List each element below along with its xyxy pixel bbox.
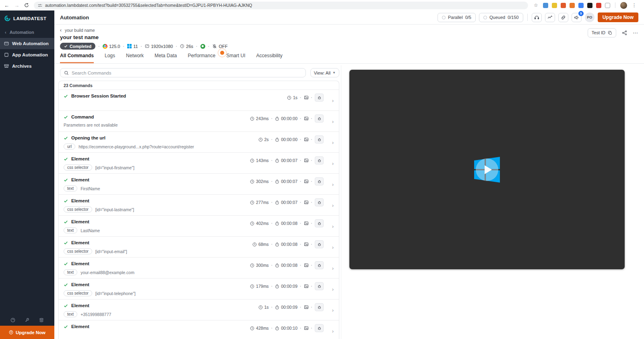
help-icon[interactable] (10, 318, 15, 322)
chevron-right-icon[interactable]: › (332, 223, 334, 229)
bug-report-button[interactable] (315, 240, 324, 248)
analytics-icon[interactable] (545, 13, 555, 22)
clock-icon (252, 242, 257, 247)
command-row[interactable]: Opening the url url https://ecommerce-pl… (59, 132, 339, 153)
brand-name: LAMBDATEST (13, 16, 46, 21)
success-check-icon (64, 283, 68, 287)
bug-report-button[interactable] (315, 303, 324, 311)
tab-network[interactable]: Network (126, 53, 144, 63)
bug-report-button[interactable] (315, 156, 324, 164)
tab-logs[interactable]: Logs (105, 53, 115, 63)
key-icon[interactable] (25, 318, 29, 322)
more-options-icon[interactable]: ⋯ (633, 30, 638, 36)
upgrade-now-button[interactable]: Upgrade Now (598, 12, 638, 22)
bug-report-button[interactable] (315, 219, 324, 227)
dot-separator: · (271, 305, 273, 310)
extension-fox-icon[interactable] (570, 3, 575, 8)
extension-red-circle-icon[interactable] (596, 3, 601, 8)
site-settings-icon[interactable] (38, 3, 42, 8)
sidebar-item-web-automation[interactable]: Web Automation (0, 38, 54, 49)
search-commands-box[interactable] (60, 68, 306, 77)
share-icon[interactable] (622, 30, 627, 35)
extension-yellow-js-icon[interactable] (552, 3, 557, 8)
bug-report-button[interactable] (315, 198, 324, 206)
tab-all-commands[interactable]: All Commands (60, 53, 94, 63)
test-id-button[interactable]: Test ID (588, 28, 616, 37)
dot-separator: · (311, 158, 313, 163)
command-row[interactable]: Element text FirstName 302ms · 00:00:07 … (59, 174, 339, 195)
screenshot-off-icon (304, 242, 309, 247)
command-row[interactable]: Element css selector [id="input-firstnam… (59, 153, 339, 174)
sidebar-section-automation[interactable]: ‹ Automation (0, 27, 54, 38)
bug-report-button[interactable] (315, 114, 324, 123)
command-row[interactable]: Element text +351999888777 1s · 00:00:09… (59, 299, 339, 320)
chevron-right-icon[interactable]: › (332, 328, 334, 334)
parallel-status-pill[interactable]: Parallel 0/5 (438, 13, 476, 22)
breadcrumb[interactable]: ‹ your build name (60, 27, 95, 33)
user-avatar[interactable]: PO (585, 12, 594, 22)
sidebar-item-app-automation[interactable]: App Automation (0, 49, 54, 60)
sidebar-upgrade-banner[interactable]: Upgrade Now (0, 326, 54, 339)
chevron-right-icon[interactable]: › (332, 118, 334, 124)
chevron-right-icon[interactable]: › (332, 97, 334, 103)
chevron-right-icon[interactable]: › (332, 202, 334, 208)
tab-meta-data[interactable]: Meta Data (155, 53, 177, 63)
extension-blue-icon[interactable] (543, 3, 548, 8)
browser-forward-icon[interactable]: → (14, 3, 19, 8)
dot-separator: · (300, 200, 301, 205)
announcements-icon[interactable]: 5 (572, 13, 582, 22)
layers-icon[interactable] (39, 318, 44, 322)
command-row[interactable]: Element text LastName 402ms · 00:00:08 ·… (59, 216, 339, 237)
dot-separator: · (300, 242, 301, 247)
tab-accessibility[interactable]: Accessibility (256, 53, 282, 63)
browser-back-icon[interactable]: ← (4, 3, 9, 8)
bug-report-button[interactable] (315, 177, 324, 185)
chevron-right-icon[interactable]: › (332, 181, 334, 187)
bug-icon (317, 326, 322, 331)
chevron-right-icon[interactable]: › (332, 139, 334, 145)
link-icon[interactable] (558, 13, 568, 22)
sidebar-item-archives[interactable]: Archives (0, 60, 54, 72)
view-filter-dropdown[interactable]: View: All ▼ (310, 68, 339, 77)
video-timestamp: 00:00:09 (275, 305, 297, 310)
video-timestamp: 00:00:10 (275, 326, 297, 331)
command-row[interactable]: Element css selector [id="input-lastname… (59, 195, 339, 216)
chevron-right-icon[interactable]: › (332, 265, 334, 271)
bug-report-button[interactable] (315, 282, 324, 290)
bug-report-button[interactable] (315, 324, 324, 332)
progress-ring-icon (442, 16, 446, 19)
extension-orange-text-icon[interactable] (561, 3, 566, 8)
chevron-right-icon[interactable]: › (332, 160, 334, 166)
command-row[interactable]: Element 428ms · 00:00:10 · · › (59, 320, 339, 339)
play-button[interactable] (476, 158, 498, 181)
queued-status-pill[interactable]: Queued 0/150 (479, 13, 523, 22)
extension-puzzle-icon[interactable] (605, 3, 610, 8)
browser-profile-avatar[interactable] (620, 2, 627, 9)
command-row[interactable]: Element text your-email88@example.com 30… (59, 258, 339, 279)
bug-report-button[interactable] (315, 135, 324, 144)
brand[interactable]: LAMBDATEST (0, 10, 54, 27)
browser-menu-icon[interactable]: ⋮ (632, 2, 637, 8)
stopwatch-icon (275, 200, 279, 205)
bookmark-star-icon[interactable]: ☆ (534, 2, 538, 8)
browser-reload-icon[interactable] (24, 3, 29, 8)
extension-dark-g-icon[interactable] (587, 3, 592, 8)
headset-icon[interactable] (532, 13, 542, 22)
screenshot-off-icon (304, 137, 309, 142)
command-row[interactable]: Browser Session Started 1s · · › (59, 90, 339, 111)
chevron-right-icon[interactable]: › (332, 307, 334, 313)
chevron-right-icon[interactable]: › (332, 286, 334, 292)
chevron-right-icon[interactable]: › (332, 244, 334, 250)
command-row[interactable]: Element css selector [id="input-email"] … (59, 237, 339, 258)
tab-performance[interactable]: Performance (188, 53, 215, 63)
url-text[interactable]: automation.lambdatest.com/test?build=305… (45, 3, 252, 8)
command-row[interactable]: Element css selector [id="input-telephon… (59, 279, 339, 299)
tab-smart-ui[interactable]: Smart UI (226, 53, 245, 63)
extension-blue-arc-icon[interactable] (578, 3, 584, 8)
bug-report-button[interactable] (315, 261, 324, 269)
bug-report-button[interactable] (315, 94, 324, 102)
video-player[interactable] (349, 70, 625, 269)
search-input[interactable] (72, 71, 302, 75)
address-bar[interactable]: automation.lambdatest.com/test?build=305… (34, 2, 528, 9)
command-row[interactable]: Command Parameters are not available 243… (59, 111, 339, 132)
